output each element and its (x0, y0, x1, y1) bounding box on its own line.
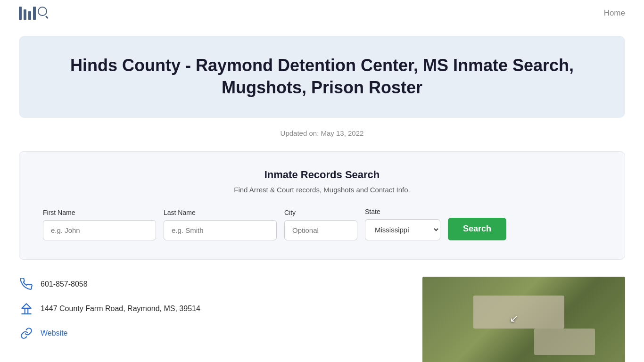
link-icon (19, 326, 34, 341)
city-label: City (284, 209, 357, 216)
search-form: First Name Last Name City State Alabama … (43, 208, 601, 240)
address-text: 1447 County Farm Road, Raymond, MS, 3951… (41, 304, 200, 313)
first-name-label: First Name (43, 209, 156, 216)
page-title: Hinds County - Raymond Detention Center,… (47, 55, 597, 99)
search-card-subtitle: Find Arrest & Court records, Mugshots an… (43, 186, 601, 194)
facility-aerial-photo: ↙ (422, 277, 625, 362)
last-name-field: Last Name (164, 209, 277, 240)
search-card-title: Inmate Records Search (43, 169, 601, 181)
facility-image: ↙ (422, 277, 625, 362)
location-arrow-icon: ↙ (510, 313, 518, 325)
last-name-label: Last Name (164, 209, 277, 216)
first-name-input[interactable] (43, 220, 156, 240)
website-item: Website (19, 326, 404, 341)
home-nav-link[interactable]: Home (604, 8, 625, 18)
logo-bars-icon (19, 7, 36, 20)
address-item: 1447 County Farm Road, Raymond, MS, 3951… (19, 301, 404, 316)
city-field: City (284, 209, 357, 240)
header: Home (0, 0, 644, 26)
state-select[interactable]: Alabama Alaska Arizona Arkansas Californ… (365, 219, 440, 240)
contact-info: 601-857-8058 1447 County Farm Road, Raym… (19, 277, 404, 341)
phone-icon (19, 277, 34, 292)
city-input[interactable] (284, 220, 357, 240)
address-icon (19, 301, 34, 316)
hero-banner: Hinds County - Raymond Detention Center,… (19, 36, 625, 118)
updated-date: Updated on: May 13, 2022 (0, 129, 644, 137)
phone-number: 601-857-8058 (41, 280, 88, 288)
state-field: State Alabama Alaska Arizona Arkansas Ca… (365, 208, 440, 240)
website-link[interactable]: Website (41, 329, 68, 337)
state-label: State (365, 208, 440, 215)
info-section: 601-857-8058 1447 County Farm Road, Raym… (19, 277, 625, 362)
first-name-field: First Name (43, 209, 156, 240)
site-logo[interactable] (19, 7, 47, 20)
logo-search-icon (38, 7, 47, 16)
search-card: Inmate Records Search Find Arrest & Cour… (19, 151, 625, 260)
search-button[interactable]: Search (448, 218, 506, 240)
phone-item: 601-857-8058 (19, 277, 404, 292)
last-name-input[interactable] (164, 220, 277, 240)
svg-marker-0 (22, 304, 31, 308)
